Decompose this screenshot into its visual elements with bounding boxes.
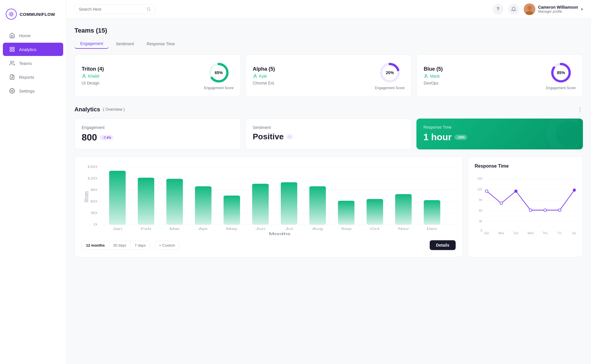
svg-rect-47	[338, 201, 354, 225]
team-member: Khalid	[82, 74, 104, 78]
svg-rect-50	[424, 200, 440, 225]
filter-7days[interactable]: 7 days	[131, 241, 150, 249]
header-right: ? Cameron Williamson Manager profile	[493, 3, 583, 15]
svg-text:60: 60	[90, 200, 97, 203]
header: ? Cameron Williamson Manager profile	[66, 0, 591, 19]
custom-filter-button[interactable]: + Custom	[155, 241, 179, 250]
logo-icon	[6, 9, 17, 20]
sidebar-item-settings[interactable]: Settings	[3, 84, 63, 97]
tabs: Engagement Sentiment Response Time	[74, 39, 583, 49]
member-name: Mack	[430, 74, 439, 78]
team-info: Triton (4) Khalid UI Design	[82, 66, 104, 85]
svg-text:Sep: Sep	[341, 227, 351, 230]
svg-text:Aug: Aug	[312, 227, 323, 230]
person-icon	[82, 74, 86, 78]
main-area: ? Cameron Williamson Manager profile	[66, 0, 591, 364]
svg-rect-3	[10, 50, 12, 52]
donut-chart-triton: 65%	[207, 61, 230, 84]
svg-text:30: 30	[479, 220, 482, 223]
stat-card-response-time: Response Time 1 hour ↑20%	[416, 119, 583, 149]
logo: COMMUNIFLOW	[0, 6, 66, 28]
sidebar-item-label: Analytics	[19, 47, 36, 52]
analytics-heading: Analytics	[74, 106, 100, 113]
svg-text:120: 120	[477, 188, 482, 191]
stat-value: 800	[82, 132, 97, 143]
reports-icon	[9, 74, 15, 80]
sidebar-nav: Home Analytics Teams	[0, 28, 66, 98]
member-name: Kyle	[259, 74, 267, 78]
bell-icon	[511, 7, 516, 12]
teams-section: Teams (15) Engagement Sentiment Response…	[74, 27, 583, 97]
tab-sentiment[interactable]: Sentiment	[110, 39, 140, 49]
team-project: Chrome Ext.	[253, 81, 275, 85]
avatar-image	[524, 3, 535, 15]
search-input[interactable]	[79, 7, 144, 12]
chart-footer: 12 months 30 days 7 days + Custom Detail…	[82, 240, 456, 250]
analytics-subtitle: ( Overview )	[103, 107, 125, 112]
stat-cards: Engagement 800 ↑7.4% Sentiment	[74, 119, 583, 149]
svg-point-78	[515, 190, 517, 192]
donut-chart-alpha: 20%	[378, 61, 401, 84]
charts-grid: 150 120 90 60 30 0	[74, 156, 583, 257]
svg-point-82	[573, 189, 576, 191]
filter-30days[interactable]: 30 days	[109, 241, 131, 249]
team-card-blue: Blue (5) Mack DevOps 8	[416, 55, 583, 97]
search-icon	[147, 7, 151, 12]
svg-rect-1	[10, 47, 12, 49]
search-box[interactable]	[74, 4, 155, 14]
sidebar-item-label: Home	[19, 33, 31, 38]
team-project: UI Design	[82, 81, 104, 85]
stat-card-engagement: Engagement 800 ↑7.4%	[74, 119, 241, 149]
sidebar-item-reports[interactable]: Reports	[3, 70, 63, 84]
svg-point-9	[147, 8, 150, 11]
stat-bg-chart	[371, 125, 406, 143]
team-name: Triton (4)	[82, 66, 104, 72]
svg-point-13	[83, 74, 85, 76]
sidebar-item-analytics[interactable]: Analytics	[3, 43, 63, 56]
svg-text:0: 0	[480, 229, 482, 232]
line-chart-svg: 150 120 90 60 30 0	[475, 173, 576, 237]
bar-chart-area: 150 120 90 60 30 0	[82, 164, 456, 236]
analytics-title: Analytics ( Overview )	[74, 106, 125, 113]
user-role: Manager profile	[538, 10, 578, 14]
svg-text:Feb: Feb	[141, 227, 151, 230]
more-options-button[interactable]: ⋮	[577, 106, 583, 113]
analytics-section: Analytics ( Overview ) ⋮ Engagement 800 …	[74, 106, 583, 257]
svg-point-17	[254, 74, 256, 76]
stat-value: Positive	[253, 132, 284, 141]
svg-text:Jul: Jul	[285, 227, 293, 230]
svg-text:Jun: Jun	[256, 227, 265, 230]
svg-text:Tue: Tue	[513, 232, 518, 235]
details-button[interactable]: Details	[430, 240, 456, 250]
svg-rect-45	[281, 182, 297, 225]
svg-text:150: 150	[87, 165, 97, 168]
tab-response-time[interactable]: Response Time	[141, 39, 180, 49]
svg-rect-49	[395, 194, 412, 225]
stat-card-sentiment: Sentiment Positive ↑	[246, 119, 412, 149]
sidebar-item-teams[interactable]: Teams	[3, 57, 63, 70]
filter-12months[interactable]: 12 months	[82, 241, 109, 249]
user-menu[interactable]: Cameron Williamson Manager profile ▾	[524, 3, 583, 15]
svg-text:Nov: Nov	[398, 227, 409, 230]
donut-container: 20% Engagement Score	[375, 61, 405, 90]
svg-point-11	[527, 6, 532, 10]
svg-point-8	[12, 90, 13, 92]
analytics-header: Analytics ( Overview ) ⋮	[74, 106, 583, 113]
svg-point-5	[10, 61, 12, 63]
user-details: Cameron Williamson Manager profile	[538, 5, 578, 14]
line-chart-card: Response Time 150 120 90 60 30 0	[467, 156, 583, 257]
help-button[interactable]: ?	[493, 4, 504, 15]
tab-engagement[interactable]: Engagement	[74, 39, 109, 49]
team-name: Alpha (5)	[253, 66, 275, 72]
donut-chart-blue: 85%	[549, 61, 573, 84]
team-project: DevOps	[424, 81, 443, 85]
team-info: Alpha (5) Kyle Chrome Ext.	[253, 66, 275, 85]
sidebar-item-home[interactable]: Home	[3, 29, 63, 42]
person-icon	[424, 74, 428, 78]
settings-icon	[9, 88, 15, 94]
notifications-button[interactable]	[508, 4, 519, 15]
sidebar-item-label: Settings	[19, 89, 35, 93]
time-filters: 12 months 30 days 7 days	[82, 241, 150, 250]
donut-label: Engagement Score	[204, 86, 234, 90]
svg-text:Months: Months	[269, 232, 291, 236]
